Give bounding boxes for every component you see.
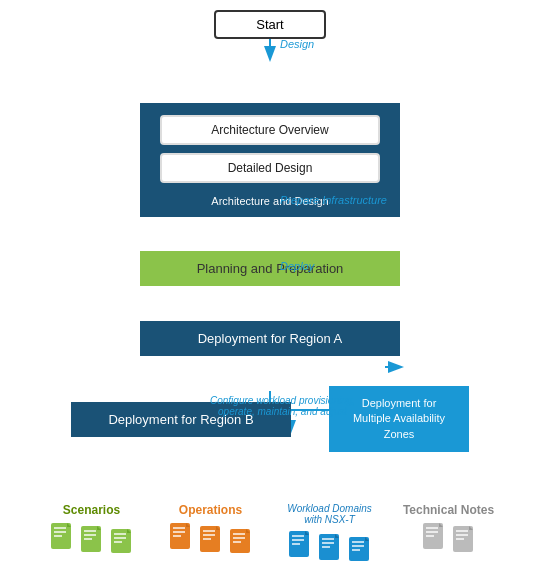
operations-doc-1 bbox=[168, 523, 194, 553]
scenarios-doc-2 bbox=[79, 523, 105, 553]
svg-rect-65 bbox=[456, 534, 468, 536]
svg-rect-41 bbox=[233, 541, 241, 543]
svg-rect-45 bbox=[292, 539, 304, 541]
svg-rect-34 bbox=[203, 530, 215, 532]
svg-rect-46 bbox=[292, 543, 300, 545]
svg-rect-30 bbox=[173, 531, 185, 533]
svg-rect-56 bbox=[352, 549, 360, 551]
operations-label: Operations bbox=[179, 503, 242, 517]
deploy-a-box: Deployment for Region A bbox=[140, 321, 400, 356]
svg-rect-40 bbox=[233, 537, 245, 539]
workload-doc-3 bbox=[347, 531, 373, 561]
technical-group: Technical Notes bbox=[396, 503, 501, 561]
detailed-design-box: Detailed Design bbox=[160, 153, 380, 183]
svg-rect-25 bbox=[114, 537, 126, 539]
svg-rect-50 bbox=[322, 542, 334, 544]
svg-rect-61 bbox=[426, 535, 434, 537]
svg-rect-36 bbox=[203, 538, 211, 540]
svg-rect-59 bbox=[426, 527, 438, 529]
svg-rect-14 bbox=[54, 527, 66, 529]
svg-rect-51 bbox=[322, 546, 330, 548]
svg-rect-55 bbox=[352, 545, 364, 547]
workload-doc-1 bbox=[287, 531, 313, 561]
svg-rect-35 bbox=[203, 534, 215, 536]
operations-doc-2 bbox=[198, 523, 224, 553]
arrows-layer bbox=[0, 0, 540, 573]
svg-rect-31 bbox=[173, 535, 181, 537]
scenarios-doc-1 bbox=[49, 523, 75, 553]
svg-rect-29 bbox=[173, 527, 185, 529]
scenarios-group: Scenarios bbox=[39, 503, 144, 561]
svg-rect-39 bbox=[233, 533, 245, 535]
workload-doc-2 bbox=[317, 531, 343, 561]
operations-icons bbox=[168, 523, 254, 553]
scenarios-label: Scenarios bbox=[63, 503, 120, 517]
svg-rect-16 bbox=[54, 535, 62, 537]
svg-rect-44 bbox=[292, 535, 304, 537]
svg-rect-64 bbox=[456, 530, 468, 532]
svg-rect-66 bbox=[456, 538, 464, 540]
start-node: Start bbox=[214, 10, 325, 39]
design-arrow-label: Design bbox=[280, 38, 314, 50]
workload-label: Workload Domains with NSX-T bbox=[287, 503, 371, 525]
svg-rect-15 bbox=[54, 531, 66, 533]
svg-rect-49 bbox=[322, 538, 334, 540]
scenarios-icons bbox=[49, 523, 135, 553]
workload-icons bbox=[287, 531, 373, 561]
operations-group: Operations bbox=[158, 503, 263, 561]
svg-rect-54 bbox=[352, 541, 364, 543]
technical-icons bbox=[421, 523, 477, 553]
technical-label: Technical Notes bbox=[403, 503, 494, 517]
deploy-arrow-label: Deploy bbox=[280, 260, 314, 272]
svg-rect-21 bbox=[84, 538, 92, 540]
technical-doc-1 bbox=[421, 523, 447, 553]
prepare-arrow-label: Prepare Infrastructure bbox=[280, 194, 387, 206]
svg-rect-19 bbox=[84, 530, 96, 532]
arch-overview-box: Architecture Overview bbox=[160, 115, 380, 145]
workload-group: Workload Domains with NSX-T bbox=[277, 503, 382, 561]
scenarios-doc-3 bbox=[109, 523, 135, 553]
svg-rect-20 bbox=[84, 534, 96, 536]
technical-doc-2 bbox=[451, 523, 477, 553]
svg-rect-26 bbox=[114, 541, 122, 543]
configure-arrow-label: Configure workload provisioning, operate… bbox=[210, 395, 355, 417]
start-label: Start bbox=[256, 17, 283, 32]
svg-rect-24 bbox=[114, 533, 126, 535]
operations-doc-3 bbox=[228, 523, 254, 553]
svg-rect-60 bbox=[426, 531, 438, 533]
bottom-icon-row: Scenarios bbox=[39, 503, 501, 561]
workflow-diagram: Start Design Architecture Overview Detai… bbox=[0, 0, 540, 573]
planning-box: Planning and Preparation bbox=[140, 251, 400, 286]
